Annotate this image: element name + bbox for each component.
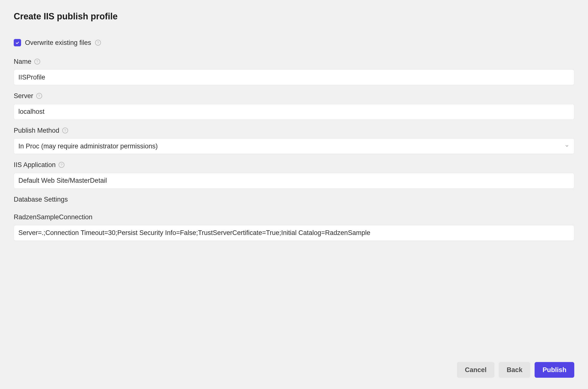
name-label-row: Name ? xyxy=(14,57,574,67)
server-label: Server xyxy=(14,91,33,101)
create-iis-profile-dialog: Create IIS publish profile Overwrite exi… xyxy=(0,0,588,389)
iis-application-input[interactable] xyxy=(14,173,574,189)
cancel-button[interactable]: Cancel xyxy=(457,362,494,378)
help-icon[interactable]: ? xyxy=(34,59,40,65)
checkmark-icon xyxy=(15,40,20,45)
overwrite-files-label: Overwrite existing files xyxy=(25,38,91,48)
publish-method-label: Publish Method xyxy=(14,126,59,136)
dialog-title: Create IIS publish profile xyxy=(14,10,574,23)
publish-method-label-row: Publish Method ? xyxy=(14,126,574,136)
help-icon[interactable]: ? xyxy=(36,93,42,99)
publish-button[interactable]: Publish xyxy=(534,362,574,378)
name-label: Name xyxy=(14,57,31,67)
publish-method-select[interactable]: In Proc (may require administrator permi… xyxy=(14,138,574,154)
overwrite-files-row: Overwrite existing files ? xyxy=(14,38,574,48)
publish-method-field-group: Publish Method ? In Proc (may require ad… xyxy=(14,126,574,154)
overwrite-files-checkbox[interactable] xyxy=(14,39,21,46)
publish-method-select-wrapper: In Proc (may require administrator permi… xyxy=(14,138,574,154)
connection-name-label: RadzenSampleConnection xyxy=(14,212,574,222)
dialog-button-row: Cancel Back Publish xyxy=(457,362,574,378)
back-button[interactable]: Back xyxy=(499,362,531,378)
server-input[interactable] xyxy=(14,104,574,120)
help-icon[interactable]: ? xyxy=(95,40,101,46)
iis-application-field-group: IIS Application ? xyxy=(14,160,574,189)
server-label-row: Server ? xyxy=(14,91,574,101)
iis-application-label-row: IIS Application ? xyxy=(14,160,574,170)
help-icon[interactable]: ? xyxy=(58,162,64,168)
name-input[interactable] xyxy=(14,69,574,85)
iis-application-label: IIS Application xyxy=(14,160,56,170)
connection-field-group: RadzenSampleConnection xyxy=(14,212,574,241)
server-field-group: Server ? xyxy=(14,91,574,120)
database-settings-label: Database Settings xyxy=(14,194,574,205)
connection-string-input[interactable] xyxy=(14,225,574,241)
name-field-group: Name ? xyxy=(14,57,574,85)
help-icon[interactable]: ? xyxy=(62,128,68,133)
